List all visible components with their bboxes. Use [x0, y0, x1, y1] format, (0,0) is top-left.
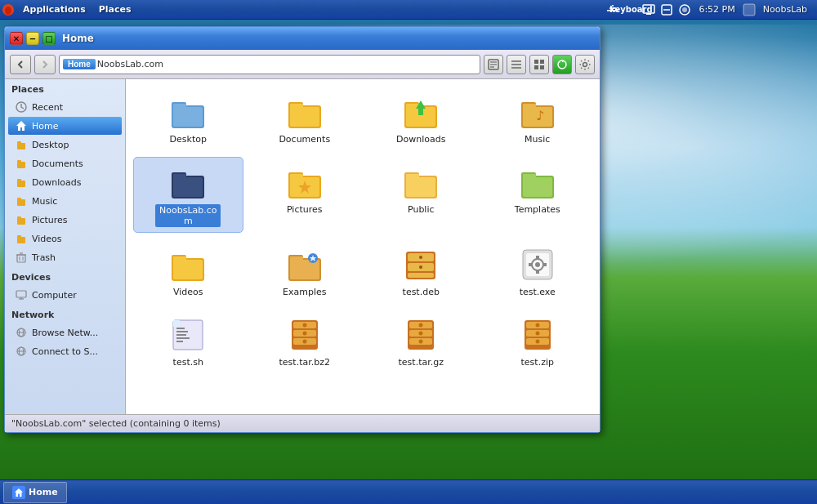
- sidebar-item-videos-label: Videos: [32, 234, 62, 244]
- svg-text:♪: ♪: [536, 108, 544, 123]
- svg-rect-109: [529, 263, 532, 266]
- svg-point-136: [535, 323, 539, 328]
- username-label[interactable]: NoobsLab: [760, 4, 810, 15]
- settings-button[interactable]: [575, 55, 595, 74]
- sidebar-item-trash-label: Trash: [32, 252, 56, 263]
- svg-point-138: [535, 340, 539, 344]
- file-label-templates: Templates: [515, 204, 560, 215]
- system-time[interactable]: 6:52 PM: [695, 4, 738, 15]
- svg-point-137: [535, 332, 539, 336]
- applications-menu[interactable]: Applications: [16, 0, 92, 20]
- svg-rect-21: [534, 65, 538, 69]
- file-label-test-tar-gz: test.tar.gz: [399, 357, 444, 368]
- svg-point-129: [419, 323, 423, 328]
- examples-folder-icon: [285, 245, 324, 284]
- sidebar-item-music[interactable]: Music: [8, 192, 122, 210]
- documents-folder-icon: [285, 92, 324, 132]
- svg-point-123: [302, 332, 306, 336]
- svg-rect-22: [540, 65, 544, 69]
- file-item-test-exe[interactable]: test.exe: [484, 240, 592, 302]
- videos-folder-icon: [15, 232, 28, 245]
- sidebar-item-pictures[interactable]: Pictures: [8, 211, 122, 229]
- sh-icon: [168, 315, 208, 355]
- sidebar-item-browse-network[interactable]: Browse Netw...: [8, 323, 122, 341]
- nav-back-button[interactable]: [10, 55, 31, 74]
- svg-rect-38: [17, 255, 25, 262]
- sidebar-item-home[interactable]: Home: [8, 117, 122, 135]
- svg-rect-55: [173, 104, 186, 109]
- taskbar-home-item[interactable]: Home: [3, 482, 67, 503]
- computer-icon: [15, 288, 28, 301]
- keyboard-tray-icon[interactable]: keyboard: [623, 2, 638, 17]
- noobslab-folder-icon: [168, 163, 208, 202]
- desktop-folder-icon: [168, 92, 208, 132]
- file-label-test-zip: test.zip: [521, 357, 554, 368]
- window-maximize-button[interactable]: □: [42, 32, 56, 45]
- battery-tray-icon[interactable]: [677, 2, 692, 17]
- sidebar-item-downloads[interactable]: Downloads: [8, 173, 122, 191]
- file-item-examples[interactable]: Examples: [251, 240, 359, 302]
- svg-rect-89: [173, 260, 203, 279]
- file-item-pictures[interactable]: Pictures: [251, 158, 359, 232]
- taskbar-home-icon: [12, 486, 25, 499]
- gnome-foot-icon[interactable]: [0, 2, 16, 18]
- svg-rect-6: [646, 13, 651, 15]
- svg-point-24: [583, 62, 587, 66]
- svg-point-1: [5, 7, 11, 15]
- sidebar-item-connect-server[interactable]: Connect to S...: [8, 342, 122, 360]
- svg-rect-26: [17, 143, 25, 149]
- archive-gz-icon: [401, 315, 440, 355]
- sidebar-item-videos[interactable]: Videos: [8, 230, 122, 248]
- reload-button[interactable]: [552, 55, 572, 74]
- taskbar-top-right: keyboard 6:52 PM NoobsLab: [605, 2, 817, 17]
- window-close-button[interactable]: ✕: [10, 32, 23, 45]
- window-titlebar: ✕ − □ Home: [5, 27, 600, 50]
- videos-folder-icon: [168, 245, 208, 284]
- file-item-test-sh[interactable]: test.sh: [134, 310, 243, 372]
- volume-tray-icon[interactable]: [659, 2, 674, 17]
- svg-rect-43: [16, 291, 26, 297]
- svg-rect-110: [543, 263, 547, 266]
- svg-rect-100: [408, 273, 434, 278]
- file-item-desktop[interactable]: Desktop: [134, 87, 243, 149]
- nav-forward-button[interactable]: [34, 55, 56, 74]
- file-item-test-zip[interactable]: test.zip: [484, 310, 592, 372]
- sidebar-item-desktop[interactable]: Desktop: [8, 136, 122, 154]
- screen-tray-icon[interactable]: [641, 2, 656, 17]
- file-item-public[interactable]: Public: [367, 158, 475, 232]
- file-item-noobslab[interactable]: NoobsLab.com: [134, 158, 243, 232]
- file-item-test-tar-bz2[interactable]: test.tar.bz2: [251, 310, 359, 372]
- view-grid-button[interactable]: [529, 55, 549, 74]
- sidebar-item-recent-label: Recent: [32, 102, 63, 113]
- sidebar-item-home-label: Home: [32, 121, 58, 132]
- music-folder-icon: [15, 194, 28, 207]
- file-item-music[interactable]: ♪ Music: [484, 87, 592, 149]
- location-home-button[interactable]: Home: [63, 59, 96, 69]
- file-label-test-exe: test.exe: [520, 287, 556, 297]
- file-label-pictures: Pictures: [287, 204, 323, 215]
- svg-rect-59: [290, 104, 303, 109]
- sidebar-item-trash[interactable]: Trash: [8, 248, 122, 266]
- svg-rect-58: [290, 107, 319, 127]
- sidebar-item-recent[interactable]: Recent: [8, 98, 122, 116]
- browse-network-icon: [15, 326, 28, 339]
- bookmarks-button[interactable]: [484, 55, 503, 74]
- music-folder-icon: ♪: [518, 92, 557, 132]
- file-item-downloads[interactable]: Downloads: [367, 87, 475, 149]
- user-icon[interactable]: [742, 2, 757, 17]
- file-item-templates[interactable]: Templates: [484, 158, 592, 232]
- file-item-test-deb[interactable]: test.deb: [367, 240, 475, 302]
- window-minimize-button[interactable]: −: [26, 32, 39, 45]
- file-label-test-sh: test.sh: [173, 357, 203, 368]
- file-label-desktop: Desktop: [170, 134, 207, 145]
- trash-icon: [15, 251, 28, 264]
- file-label-videos: Videos: [173, 287, 203, 297]
- sidebar-item-computer[interactable]: Computer: [8, 286, 122, 304]
- file-item-videos[interactable]: Videos: [134, 240, 243, 302]
- places-menu[interactable]: Places: [92, 0, 138, 20]
- file-item-test-tar-gz[interactable]: test.tar.gz: [367, 310, 475, 372]
- file-item-documents[interactable]: Documents: [251, 87, 359, 149]
- sidebar-item-documents[interactable]: Documents: [8, 154, 122, 172]
- svg-rect-94: [290, 256, 303, 261]
- view-list-button[interactable]: [507, 55, 526, 74]
